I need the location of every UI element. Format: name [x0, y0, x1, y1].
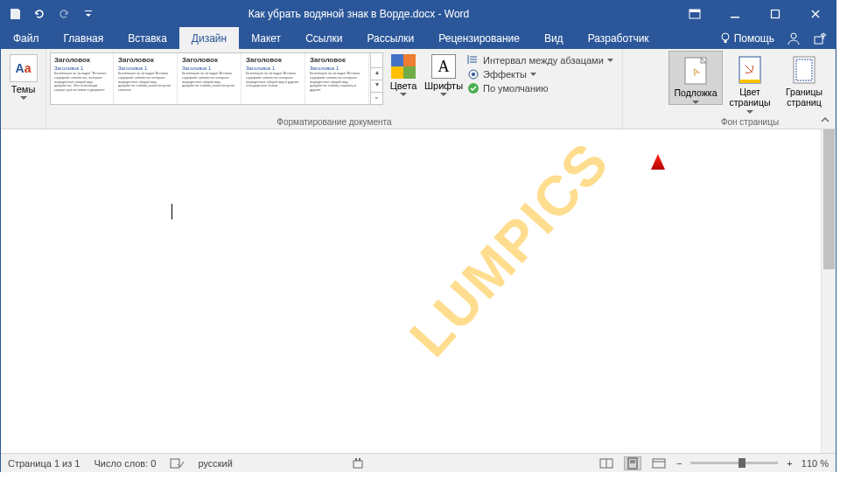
svg-rect-23 [628, 458, 637, 469]
account-icon[interactable] [787, 31, 801, 45]
statusbar: Страница 1 из 1 Число слов: 0 русский − … [1, 453, 836, 472]
chevron-down-icon [20, 96, 27, 100]
window-title: Как убрать водяной знак в Ворде.docx - W… [95, 8, 675, 20]
tab-view[interactable]: Вид [532, 27, 576, 49]
chevron-down-icon [692, 101, 699, 104]
style-set-item[interactable]: ЗаголовокЗаголовок 1 Коллекция на вкладк… [178, 53, 242, 104]
svg-rect-3 [772, 10, 780, 18]
share-icon[interactable] [813, 31, 827, 45]
page-borders-icon [790, 56, 818, 84]
effects-button[interactable]: Эффекты [467, 68, 613, 80]
colors-label: Цвета [390, 80, 417, 91]
ribbon: Aa Темы ЗаголовокЗаголовок 1 Коллекция н… [1, 49, 836, 129]
zoom-slider-knob[interactable] [738, 458, 746, 468]
colors-button[interactable]: Цвета [383, 51, 424, 96]
tab-design[interactable]: Дизайн [179, 27, 239, 49]
qat-customize-icon[interactable] [81, 7, 95, 21]
style-set-item[interactable]: ЗаголовокЗаголовок 1 Коллекция на вкладк… [306, 53, 369, 104]
set-default-button[interactable]: По умолчанию [467, 82, 613, 94]
svg-rect-7 [815, 37, 822, 44]
colors-icon [391, 54, 416, 79]
maximize-icon[interactable] [755, 1, 795, 27]
ribbon-display-options-icon[interactable] [675, 1, 715, 27]
zoom-in-button[interactable]: + [787, 458, 792, 469]
page[interactable]: LUMPICS [45, 129, 780, 453]
page-color-icon [736, 56, 764, 84]
tab-review[interactable]: Рецензирование [426, 27, 532, 49]
zoom-slider[interactable] [690, 462, 778, 464]
zoom-level[interactable]: 110 % [802, 458, 829, 469]
minimize-icon[interactable] [715, 1, 755, 27]
group-label-doc-formatting: Форматирование документа [50, 117, 619, 129]
style-gallery[interactable]: ЗаголовокЗаголовок 1 Коллекция на вкладк… [50, 52, 383, 105]
page-color-label: Цвет страницы [723, 87, 777, 108]
tab-references[interactable]: Ссылки [293, 27, 354, 49]
status-language[interactable]: русский [198, 458, 232, 469]
svg-point-4 [722, 33, 729, 40]
zoom-out-button[interactable]: − [676, 458, 682, 469]
style-set-item[interactable]: ЗаголовокЗаголовок 1 Коллекция на вкладк… [242, 53, 305, 104]
style-set-item[interactable]: ЗаголовокЗаголовок 1 Коллекция на вкладк… [115, 53, 178, 104]
web-layout-icon[interactable] [650, 456, 668, 470]
tab-file[interactable]: Файл [1, 27, 52, 49]
themes-button[interactable]: Aa Темы [4, 51, 42, 100]
page-borders-label: Границы страниц [777, 87, 831, 108]
tab-layout[interactable]: Макет [239, 27, 293, 49]
text-cursor [172, 204, 172, 219]
gallery-more-button[interactable]: ▴▾⌄ [370, 53, 382, 104]
tab-insert[interactable]: Вставка [116, 27, 179, 49]
svg-rect-26 [653, 459, 665, 468]
effects-icon [467, 68, 480, 80]
svg-point-9 [472, 73, 475, 76]
document-area: LUMPICS [1, 129, 836, 453]
svg-rect-17 [171, 459, 179, 468]
macro-recording-icon[interactable] [352, 457, 364, 470]
paragraph-spacing-button[interactable]: Интервал между абзацами [467, 54, 613, 66]
tell-me-label: Помощь [734, 32, 774, 45]
themes-icon: Aa [10, 54, 38, 82]
svg-rect-14 [739, 80, 760, 83]
collapse-ribbon-icon[interactable] [820, 115, 830, 125]
watermark-text: LUMPICS [396, 129, 621, 369]
group-label-page-bg: Фон страницы [668, 117, 831, 129]
paragraph-spacing-icon [467, 54, 480, 66]
vertical-scrollbar[interactable] [821, 129, 836, 453]
tell-me[interactable]: Помощь [720, 32, 774, 45]
chevron-down-icon [440, 93, 447, 96]
tab-home[interactable]: Главная [52, 27, 116, 49]
app-window: Как убрать водяной знак в Ворде.docx - W… [0, 0, 836, 472]
watermark-icon: A [682, 57, 710, 85]
titlebar: Как убрать водяной знак в Ворде.docx - W… [1, 1, 836, 27]
page-color-button[interactable]: Цвет страницы [723, 51, 777, 114]
svg-rect-18 [354, 461, 362, 468]
style-set-item[interactable]: ЗаголовокЗаголовок 1 Коллекция на вкладк… [51, 53, 114, 104]
status-page[interactable]: Страница 1 из 1 [8, 458, 80, 469]
chevron-down-icon [530, 73, 536, 76]
themes-label: Темы [11, 84, 36, 94]
undo-icon[interactable] [32, 7, 46, 21]
fonts-icon: A [431, 54, 456, 79]
lightbulb-icon [720, 32, 731, 45]
read-mode-icon[interactable] [598, 456, 615, 470]
save-icon[interactable] [8, 7, 22, 21]
tab-developer[interactable]: Разработчик [576, 27, 662, 49]
watermark-label: Подложка [675, 87, 718, 98]
svg-rect-1 [690, 10, 700, 12]
tab-mailings[interactable]: Рассылки [354, 27, 426, 49]
ribbon-tabs: Файл Главная Вставка Дизайн Макет Ссылки… [1, 27, 836, 49]
close-icon[interactable] [795, 1, 836, 27]
fonts-label: Шрифты [424, 80, 463, 91]
svg-rect-19 [355, 458, 357, 461]
watermark-button[interactable]: A Подложка [668, 51, 723, 105]
chevron-down-icon [746, 110, 753, 114]
status-word-count[interactable]: Число слов: 0 [94, 458, 156, 469]
page-borders-button[interactable]: Границы страниц [777, 51, 831, 108]
proofing-icon[interactable] [170, 457, 184, 470]
svg-rect-2 [731, 17, 739, 18]
scrollbar-thumb[interactable] [823, 129, 835, 269]
checkmark-icon [467, 82, 480, 94]
fonts-button[interactable]: A Шрифты [424, 51, 464, 96]
print-layout-icon[interactable] [624, 456, 641, 470]
svg-point-6 [791, 33, 796, 38]
redo-icon[interactable] [57, 7, 71, 21]
